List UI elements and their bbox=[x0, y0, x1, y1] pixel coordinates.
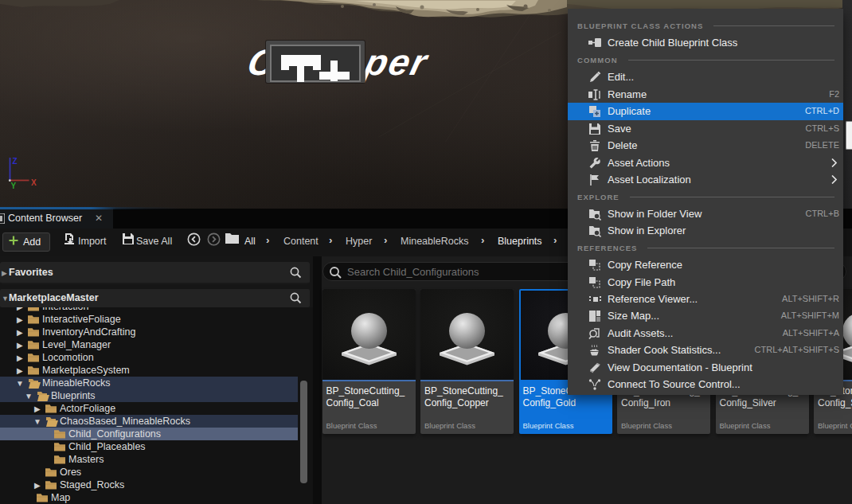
svg-text:Y: Y bbox=[11, 182, 17, 190]
svg-text:X: X bbox=[31, 178, 37, 187]
svg-text:Z: Z bbox=[13, 157, 18, 166]
